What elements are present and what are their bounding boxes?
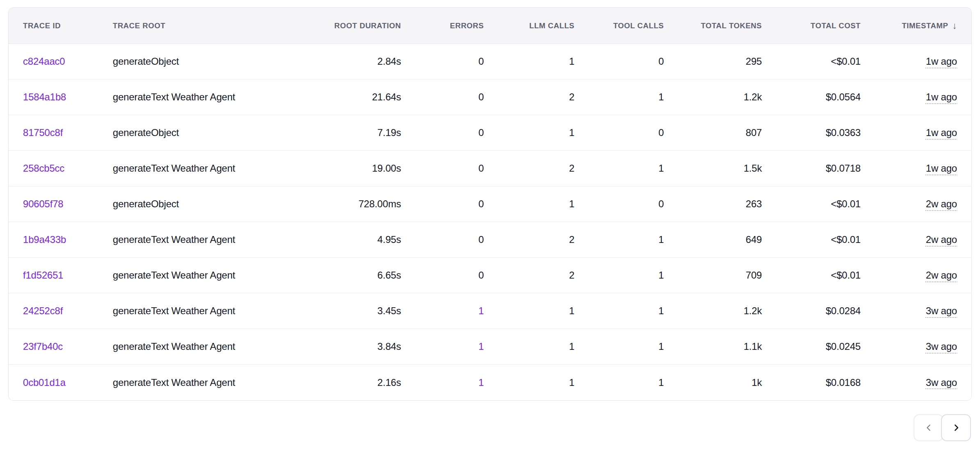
cell-root_duration: 6.65s <box>266 270 401 281</box>
timestamp-value[interactable]: 1w ago <box>926 91 957 103</box>
trace-id-link[interactable]: f1d52651 <box>23 270 64 281</box>
total_tokens-value: 1k <box>752 377 762 388</box>
trace-id-link[interactable]: 0cb01d1a <box>23 377 66 388</box>
cell-total_cost: $0.0284 <box>762 305 861 317</box>
cell-llm_calls: 1 <box>484 127 574 138</box>
cell-tool_calls: 0 <box>574 56 664 67</box>
cell-total_cost: <$0.01 <box>762 234 861 245</box>
timestamp-value[interactable]: 3w ago <box>926 377 957 388</box>
trace_root-value: generateText Weather Agent <box>113 270 235 281</box>
cell-trace_id: 24252c8f <box>23 305 113 317</box>
trace-id-link[interactable]: 1584a1b8 <box>23 91 66 103</box>
trace_root-value: generateObject <box>113 127 179 138</box>
root_duration-value: 4.95s <box>377 234 401 245</box>
trace-id-link[interactable]: c824aac0 <box>23 56 65 67</box>
cell-total_cost: <$0.01 <box>762 270 861 281</box>
cell-total_tokens: 295 <box>664 56 762 67</box>
timestamp-value[interactable]: 1w ago <box>926 127 957 138</box>
column-header-trace_root[interactable]: TRACE ROOT <box>113 21 266 30</box>
cell-trace_id: 1b9a433b <box>23 234 113 245</box>
column-header-root_duration[interactable]: ROOT DURATION <box>266 21 401 30</box>
cell-trace_root: generateObject <box>113 127 266 138</box>
cell-trace_root: generateText Weather Agent <box>113 234 266 245</box>
cell-root_duration: 21.64s <box>266 91 401 103</box>
cell-tool_calls: 1 <box>574 163 664 174</box>
trace_root-value: generateObject <box>113 198 179 210</box>
cell-errors: 0 <box>401 198 484 210</box>
cell-trace_root: generateText Weather Agent <box>113 341 266 352</box>
cell-errors: 0 <box>401 270 484 281</box>
table-row: 1b9a433bgenerateText Weather Agent4.95s0… <box>9 222 971 258</box>
cell-total_cost: $0.0168 <box>762 377 861 388</box>
column-header-label: ERRORS <box>450 21 484 30</box>
table-row: 24252c8fgenerateText Weather Agent3.45s1… <box>9 293 971 329</box>
total_cost-value: <$0.01 <box>831 270 861 281</box>
column-header-tool_calls[interactable]: TOOL CALLS <box>574 21 664 30</box>
column-header-timestamp[interactable]: TIMESTAMP↓ <box>861 20 957 31</box>
tool_calls-value: 1 <box>659 377 664 388</box>
cell-tool_calls: 1 <box>574 377 664 388</box>
column-header-label: TOTAL TOKENS <box>701 21 762 30</box>
total_cost-value: <$0.01 <box>831 198 861 210</box>
errors-value: 1 <box>479 341 484 352</box>
root_duration-value: 2.84s <box>377 56 401 67</box>
timestamp-value[interactable]: 3w ago <box>926 305 957 317</box>
trace-id-link[interactable]: 1b9a433b <box>23 234 66 245</box>
trace-id-link[interactable]: 90605f78 <box>23 198 64 210</box>
trace-id-link[interactable]: 81750c8f <box>23 127 63 138</box>
prev-page-button[interactable] <box>914 414 944 441</box>
llm_calls-value: 1 <box>569 56 574 67</box>
next-page-button[interactable] <box>941 414 971 441</box>
errors-value: 1 <box>479 377 484 388</box>
cell-root_duration: 19.00s <box>266 163 401 174</box>
total_tokens-value: 649 <box>746 234 762 245</box>
llm_calls-value: 2 <box>569 270 574 281</box>
cell-trace_id: 258cb5cc <box>23 163 113 174</box>
table-row: 258cb5ccgenerateText Weather Agent19.00s… <box>9 151 971 186</box>
column-header-label: ROOT DURATION <box>334 21 401 30</box>
timestamp-value[interactable]: 2w ago <box>926 198 957 210</box>
timestamp-value[interactable]: 1w ago <box>926 56 957 67</box>
cell-trace_root: generateObject <box>113 198 266 210</box>
total_tokens-value: 263 <box>746 198 762 210</box>
trace-id-link[interactable]: 23f7b40c <box>23 341 63 352</box>
root_duration-value: 7.19s <box>377 127 401 138</box>
llm_calls-value: 1 <box>569 198 574 210</box>
errors-value: 0 <box>479 91 484 103</box>
llm_calls-value: 2 <box>569 234 574 245</box>
cell-total_tokens: 807 <box>664 127 762 138</box>
root_duration-value: 2.16s <box>377 377 401 388</box>
column-header-total_tokens[interactable]: TOTAL TOKENS <box>664 21 762 30</box>
timestamp-value[interactable]: 2w ago <box>926 234 957 245</box>
cell-total_tokens: 1.2k <box>664 91 762 103</box>
cell-total_tokens: 263 <box>664 198 762 210</box>
column-header-total_cost[interactable]: TOTAL COST <box>762 21 861 30</box>
cell-tool_calls: 0 <box>574 127 664 138</box>
table-body: c824aac0generateObject2.84s010295<$0.011… <box>9 44 971 400</box>
trace-id-link[interactable]: 258cb5cc <box>23 163 64 174</box>
timestamp-value[interactable]: 2w ago <box>926 270 957 281</box>
trace-id-link[interactable]: 24252c8f <box>23 305 63 317</box>
column-header-trace_id[interactable]: TRACE ID <box>23 21 113 30</box>
column-header-llm_calls[interactable]: LLM CALLS <box>484 21 574 30</box>
cell-total_cost: $0.0564 <box>762 91 861 103</box>
cell-total_cost: <$0.01 <box>762 198 861 210</box>
timestamp-value[interactable]: 1w ago <box>926 163 957 174</box>
column-header-label: LLM CALLS <box>529 21 574 30</box>
timestamp-value[interactable]: 3w ago <box>926 341 957 352</box>
cell-llm_calls: 2 <box>484 270 574 281</box>
cell-errors: 0 <box>401 91 484 103</box>
cell-tool_calls: 0 <box>574 198 664 210</box>
cell-trace_id: 1584a1b8 <box>23 91 113 103</box>
total_cost-value: <$0.01 <box>831 234 861 245</box>
trace_root-value: generateText Weather Agent <box>113 91 235 103</box>
column-header-errors[interactable]: ERRORS <box>401 21 484 30</box>
cell-timestamp: 3w ago <box>861 377 957 388</box>
table-row: f1d52651generateText Weather Agent6.65s0… <box>9 258 971 293</box>
cell-timestamp: 1w ago <box>861 91 957 103</box>
cell-total_tokens: 1.5k <box>664 163 762 174</box>
table-row: 90605f78generateObject728.00ms010263<$0.… <box>9 186 971 222</box>
cell-total_tokens: 1.2k <box>664 305 762 317</box>
cell-timestamp: 2w ago <box>861 270 957 281</box>
cell-llm_calls: 2 <box>484 234 574 245</box>
